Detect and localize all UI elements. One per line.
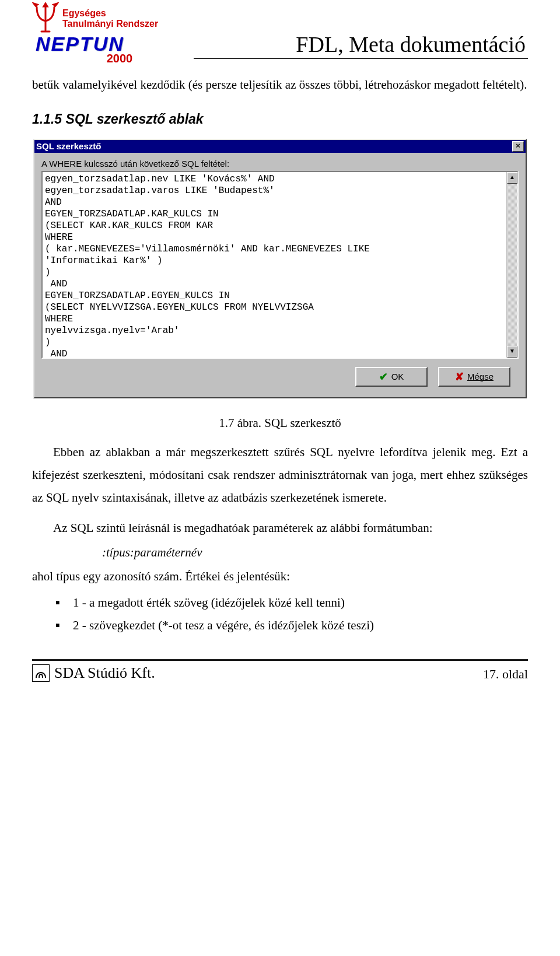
bullet-list: 1 - a megadott érték szöveg (idézőjelek … (32, 591, 528, 637)
body-para-1: Ebben az ablakban a már megszerkesztett … (32, 441, 528, 509)
cancel-label: Mégse (467, 372, 494, 381)
footer-page-number: 17. oldal (483, 667, 528, 682)
body-para-3: ahol típus egy azonosító szám. Értékei é… (32, 565, 528, 588)
document-title: FDL, Meta dokumentáció (194, 2, 528, 59)
list-item: 2 - szövegkezdet (*-ot tesz a végére, és… (32, 614, 528, 637)
section-heading: 1.1.5 SQL szerkesztő ablak (32, 111, 528, 127)
footer-logo-icon (32, 664, 50, 682)
window-title: SQL szerkesztő (36, 141, 512, 151)
logo-line2: Tanulmányi Rendszer (62, 19, 158, 29)
figure-caption: 1.7 ábra. SQL szerkesztő (32, 416, 528, 430)
body-para-2: Az SQL szintű leírásnál is megadhatóak p… (32, 517, 528, 540)
footer-company: SDA Stúdió Kft. (54, 664, 155, 682)
vertical-scrollbar[interactable]: ▲ ▼ (506, 172, 517, 358)
scroll-up-icon[interactable]: ▲ (507, 172, 517, 184)
list-item: 1 - a megadott érték szöveg (idézőjelek … (32, 591, 528, 614)
trident-icon (32, 2, 59, 35)
check-icon: ✔ (379, 370, 388, 383)
ok-button[interactable]: ✔ OK (355, 367, 428, 387)
intro-paragraph: betűk valamelyikével kezdődik (és persze… (32, 73, 528, 96)
cancel-button[interactable]: ✘ Mégse (438, 367, 510, 387)
x-icon: ✘ (455, 370, 464, 383)
logo-line1: Egységes (62, 8, 158, 19)
param-format: :típus:paraméternév (102, 542, 528, 564)
editor-label: A WHERE kulcsszó után következő SQL felt… (41, 159, 519, 169)
scroll-track[interactable] (507, 184, 517, 346)
page-header: Egységes Tanulmányi Rendszer NEPTUN 2000… (32, 0, 528, 65)
ok-label: OK (391, 372, 404, 381)
close-icon[interactable]: × (512, 141, 524, 152)
sql-editor-field[interactable]: egyen_torzsadatlap.nev LIKE 'Kovács%' AN… (41, 171, 519, 359)
window-titlebar: SQL szerkesztő × (34, 140, 526, 153)
sql-text[interactable]: egyen_torzsadatlap.nev LIKE 'Kovács%' AN… (43, 172, 506, 358)
page-footer: SDA Stúdió Kft. 17. oldal (32, 659, 528, 682)
sql-editor-window: SQL szerkesztő × A WHERE kulcsszó után k… (33, 139, 527, 398)
scroll-down-icon[interactable]: ▼ (507, 346, 517, 358)
logo-block: Egységes Tanulmányi Rendszer NEPTUN 2000 (32, 2, 184, 65)
